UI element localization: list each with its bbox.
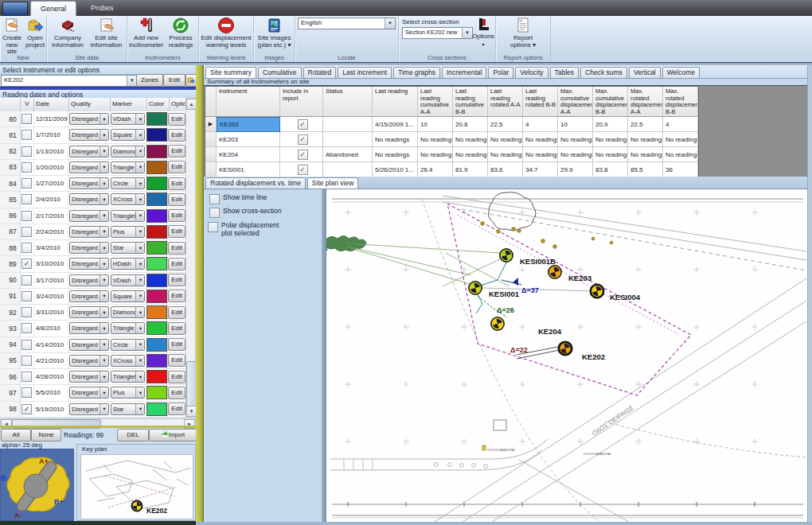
reading-checkbox[interactable]: ✓ [21,259,32,269]
zones-button[interactable]: Zones [136,74,163,87]
column-header-last-reading-rotated-a-a[interactable]: Last reading rotated A-A [488,87,523,117]
panel-splitter[interactable] [196,65,204,525]
cross-section-select[interactable]: Section KE202 new ▼ [402,27,473,39]
marker-dropdown[interactable]: Diamond▼ [111,306,146,318]
edit-reading-button[interactable]: Edit [168,371,185,383]
tab-polar[interactable]: Polar [488,67,513,78]
quality-dropdown[interactable]: Disregard▼ [69,339,109,351]
edit-reading-button[interactable]: Edit [168,161,185,173]
marker-dropdown[interactable]: Diamond▼ [111,146,146,158]
column-header-max-cumulative-displacement-a-a[interactable]: Max. cumulative displacement A-A [558,87,593,117]
application-menu-button[interactable] [2,2,28,16]
include-report-checkbox[interactable]: ✓ [298,165,308,175]
reading-checkbox[interactable] [21,194,32,204]
marker-dropdown[interactable]: TriangleD▼ [111,210,146,222]
marker-dropdown[interactable]: VDash▼ [111,274,146,286]
tab-vertical[interactable]: Vertical [629,67,661,78]
quality-dropdown[interactable]: Disregard▼ [69,210,109,222]
quality-dropdown[interactable]: Disregard▼ [69,242,109,254]
marker-dropdown[interactable]: XCross▼ [111,355,146,367]
color-swatch[interactable] [146,290,167,303]
edit-reading-button[interactable]: Edit [168,338,185,351]
marker-dropdown[interactable]: Plus▼ [111,387,146,399]
marker-dropdown[interactable]: VDash▼ [111,113,146,125]
color-swatch[interactable] [146,128,167,142]
grid-header-color[interactable]: Color [147,98,170,111]
edit-reading-button[interactable]: Edit [168,290,185,302]
color-swatch[interactable] [146,274,167,287]
reading-checkbox[interactable] [21,146,32,157]
quality-dropdown[interactable]: Disregard▼ [69,274,109,286]
quality-dropdown[interactable]: Disregard▼ [69,193,109,205]
polar-plot-option[interactable]: Polar displacement plot selected [208,222,303,237]
edit-reading-button[interactable]: Edit [168,177,185,190]
marker-dropdown[interactable]: Square▼ [111,129,146,141]
quality-dropdown[interactable]: Disregard▼ [69,355,109,367]
marker-dropdown[interactable]: Triangle▼ [111,161,146,173]
tab-welcome[interactable]: Welcome [662,67,700,78]
color-swatch[interactable] [146,370,167,383]
column-header-instrument[interactable]: Instrument [217,87,280,117]
marker-dropdown[interactable]: Plus▼ [111,226,146,238]
color-swatch[interactable] [146,354,167,368]
edit-reading-button[interactable]: Edit [168,193,185,206]
quality-dropdown[interactable]: Disregard▼ [69,403,109,415]
color-swatch[interactable] [146,225,167,239]
grid-header-options[interactable]: Options [170,98,185,111]
marker-dropdown[interactable]: Triangle▼ [111,322,146,334]
edit-reading-button[interactable]: Edit [168,129,185,142]
tab-rotated[interactable]: Rotated [303,67,337,78]
edit-instrument-button[interactable]: Edit [163,74,185,87]
reading-checkbox[interactable] [21,178,32,189]
include-report-checkbox[interactable]: ✓ [298,134,308,145]
add-new-inclinometer-button[interactable]: Add new inclinometer [128,17,164,49]
quality-dropdown[interactable]: Disregard▼ [69,306,109,318]
grid-vscrollbar[interactable]: ▲ ▼ [185,98,196,418]
reading-checkbox[interactable] [21,227,32,237]
all-button[interactable]: All [1,429,31,441]
edit-reading-button[interactable]: Edit [168,209,185,222]
import-readings-button[interactable]: Import reading(s) [149,429,197,441]
edit-site-information-button[interactable]: Edit site information [88,17,125,49]
tab-last-increment[interactable]: Last increment [338,67,392,78]
reading-checkbox[interactable] [21,130,32,140]
quality-dropdown[interactable]: Disregard▼ [69,161,109,173]
show-time-line-checkbox[interactable] [209,194,220,204]
color-swatch[interactable] [146,177,167,190]
edit-reading-button[interactable]: Edit [168,387,185,399]
tab-cumulative[interactable]: Cumulative [258,67,302,78]
quality-dropdown[interactable]: Disregard▼ [69,387,109,399]
report-options-button[interactable]: Report options ▾ [502,17,544,49]
site-images-button[interactable]: Site images (plan etc.) ▾ [255,17,294,49]
edit-reading-button[interactable]: Edit [168,242,185,255]
row-header[interactable] [205,132,217,147]
table-row[interactable]: ▶KE202✓4/15/2009 1...1020.822.541020.922… [205,117,698,132]
reading-checkbox[interactable]: ✓ [21,404,32,414]
color-swatch[interactable] [146,321,167,335]
reading-checkbox[interactable] [21,371,32,382]
tab-check-sums[interactable]: Check sums [580,67,627,78]
process-readings-button[interactable]: Process readings [164,17,197,49]
marker-dropdown[interactable]: Circle▼ [111,339,146,351]
color-swatch[interactable] [146,192,167,206]
grid-header-date[interactable]: Date [34,98,69,111]
color-swatch[interactable] [146,161,167,174]
grid-header-v[interactable]: V [21,98,34,111]
color-swatch[interactable] [146,241,167,255]
column-header-status[interactable]: Status [323,87,373,117]
column-header-last-reading-cumulative-b-b[interactable]: Last reading cumulative B-B [453,87,488,117]
subtab-rotated-displacement-vs-time[interactable]: Rotated displacement vs. time [205,177,306,189]
column-header-last-reading-cumulative-a-a[interactable]: Last reading cumulative A-A [418,87,453,117]
marker-dropdown[interactable]: Square▼ [111,290,146,302]
row-header[interactable] [205,147,217,162]
reading-checkbox[interactable] [21,114,32,124]
edit-reading-button[interactable]: Edit [168,306,185,319]
subtab-site-plan-view[interactable]: Site plan view [307,177,358,189]
quality-dropdown[interactable]: Disregard▼ [69,371,109,383]
quality-dropdown[interactable]: Disregard▼ [69,129,109,141]
edit-warning-levels-button[interactable]: Edit displacement warning levels [200,17,252,49]
instrument-select[interactable]: KE202 ▼ [1,75,138,87]
quality-dropdown[interactable]: Disregard▼ [69,226,109,238]
grid-header-marker[interactable]: Marker [111,98,147,111]
include-report-checkbox[interactable]: ✓ [298,150,308,160]
